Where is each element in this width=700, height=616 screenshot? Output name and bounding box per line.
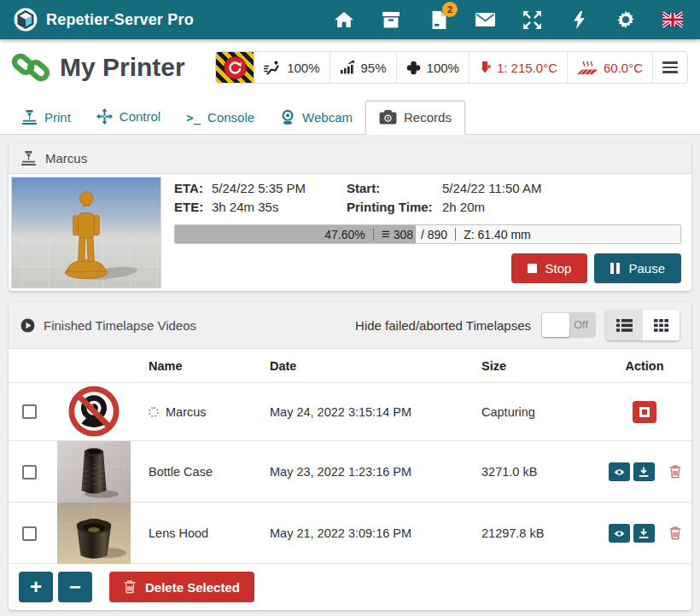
- records-content: Marcus: [0, 135, 700, 610]
- download-video-button[interactable]: [633, 462, 655, 481]
- bolt-icon[interactable]: [569, 9, 589, 30]
- navbar: Repetier-Server Pro 2: [0, 0, 700, 39]
- hide-failed-toggle[interactable]: Off: [541, 312, 596, 338]
- fan-icon: [406, 61, 421, 75]
- row-name: Lens Hood: [149, 526, 208, 540]
- timelapse-card: Finished Timelapse Videos Hide failed/ab…: [9, 302, 691, 610]
- control-tab-icon: [96, 108, 113, 125]
- job-preview-image: [11, 177, 161, 288]
- row-checkbox[interactable]: [22, 465, 37, 479]
- printer-tabs: Print Control >_ Console Webcam Records: [0, 96, 700, 135]
- column-action: Action: [598, 359, 691, 373]
- extruder-temp-value: 1: 215.0°C: [497, 61, 557, 75]
- tab-console[interactable]: >_ Console: [173, 102, 267, 134]
- capturing-spinner-icon: [149, 407, 159, 417]
- uk-flag-icon[interactable]: [662, 9, 683, 30]
- stop-button[interactable]: Stop: [511, 253, 588, 283]
- heated-bed-icon: [577, 61, 598, 75]
- print-progress-bar: 47.60% ≡ 308 / 890 Z: 61.40 mm: [174, 224, 681, 244]
- flow-control[interactable]: 95%: [330, 52, 396, 83]
- home-icon[interactable]: [334, 9, 354, 30]
- column-date: Date: [260, 359, 471, 373]
- mail-icon[interactable]: [475, 9, 495, 30]
- delete-selected-button[interactable]: Delete Selected: [109, 572, 254, 602]
- progress-layer: 308: [394, 228, 413, 241]
- pause-button-label: Pause: [628, 261, 665, 276]
- list-view-button[interactable]: [606, 310, 643, 340]
- speed-value: 100%: [287, 61, 319, 75]
- page-title: My Printer: [60, 53, 185, 82]
- view-video-button[interactable]: [609, 462, 630, 481]
- delete-video-button[interactable]: [669, 465, 681, 479]
- records-tab-icon: [379, 110, 397, 125]
- flow-bars-icon: [340, 61, 355, 74]
- start-value: 5/24/22 11:50 AM: [442, 180, 681, 197]
- row-date: May 24, 2022 3:15:14 PM: [260, 405, 471, 419]
- row-size: Capturing: [471, 405, 598, 419]
- job-name: Marcus: [45, 151, 87, 166]
- fan-control[interactable]: 100%: [396, 52, 469, 83]
- progress-layer-total: / 890: [421, 228, 447, 241]
- timelapse-header: Finished Timelapse Videos Hide failed/ab…: [9, 302, 691, 349]
- stop-icon: [528, 264, 537, 273]
- row-checkbox[interactable]: [22, 404, 37, 419]
- repetier-logo-icon: [14, 8, 38, 32]
- tab-control[interactable]: Control: [84, 100, 173, 134]
- trash-icon: [669, 465, 681, 479]
- play-circle-icon: [20, 318, 35, 333]
- expand-arrows-icon[interactable]: [522, 9, 542, 30]
- row-checkbox[interactable]: [22, 526, 37, 541]
- link-connected-icon: [12, 51, 50, 84]
- bed-temp-control[interactable]: 60.0°C: [567, 52, 652, 83]
- view-mode-group: [606, 310, 680, 340]
- timelapse-footer: + − Delete Selected: [9, 564, 691, 610]
- column-name: Name: [138, 359, 260, 373]
- printer-menu-button[interactable]: [652, 52, 687, 83]
- archive-box-icon[interactable]: [381, 9, 401, 30]
- progress-percent: 47.60%: [324, 228, 365, 241]
- speed-runner-icon: [264, 61, 281, 75]
- webcam-tab-icon: [280, 109, 295, 125]
- lens-hood-thumbnail[interactable]: [57, 503, 131, 564]
- emergency-stop-icon: [224, 56, 247, 79]
- gear-icon[interactable]: [615, 9, 636, 30]
- bed-temp-value: 60.0°C: [604, 61, 643, 75]
- stop-recording-icon: [639, 407, 650, 417]
- tab-console-label: Console: [207, 110, 254, 125]
- column-size: Size: [471, 359, 598, 373]
- tab-print[interactable]: Print: [9, 102, 84, 134]
- speed-control[interactable]: 100%: [254, 52, 329, 83]
- brand[interactable]: Repetier-Server Pro: [14, 8, 194, 32]
- progress-separator: [373, 228, 374, 241]
- layers-icon: ≡: [382, 226, 390, 243]
- download-video-button[interactable]: [633, 524, 655, 543]
- table-row: Lens Hood May 21, 2022 3:09:16 PM 21297.…: [9, 503, 691, 564]
- progress-text: 47.60% ≡ 308 / 890 Z: 61.40 mm: [175, 225, 680, 243]
- printer-icon: [20, 151, 37, 166]
- tab-records-label: Records: [404, 110, 452, 125]
- print-queue-icon[interactable]: 2: [428, 9, 448, 30]
- print-tab-icon: [21, 110, 38, 125]
- bottle-case-thumbnail[interactable]: [57, 441, 131, 503]
- flow-value: 95%: [361, 61, 387, 75]
- tab-records[interactable]: Records: [365, 101, 465, 135]
- eye-icon: [614, 530, 625, 538]
- tab-webcam[interactable]: Webcam: [267, 101, 365, 134]
- printer-status-bar: 100% 95% 100% 1: 215.0°C 60.0°C: [215, 51, 688, 84]
- pause-button[interactable]: Pause: [594, 253, 681, 283]
- deselect-all-button[interactable]: −: [58, 572, 92, 602]
- grid-view-button[interactable]: [643, 310, 680, 340]
- print-job-card: Marcus: [9, 143, 691, 291]
- hamburger-icon: [662, 61, 678, 73]
- queue-count-badge: 2: [442, 2, 458, 17]
- view-video-button[interactable]: [609, 524, 630, 543]
- extruder-temp-control[interactable]: 1: 215.0°C: [469, 52, 567, 83]
- tab-control-label: Control: [120, 109, 160, 124]
- select-all-button[interactable]: +: [19, 572, 53, 602]
- stop-recording-button[interactable]: [633, 401, 656, 423]
- delete-video-button[interactable]: [669, 526, 681, 540]
- emergency-stop-button[interactable]: [216, 52, 254, 83]
- trash-icon: [669, 526, 681, 540]
- ete-value: 3h 24m 35s: [212, 199, 347, 216]
- stop-button-label: Stop: [545, 261, 572, 276]
